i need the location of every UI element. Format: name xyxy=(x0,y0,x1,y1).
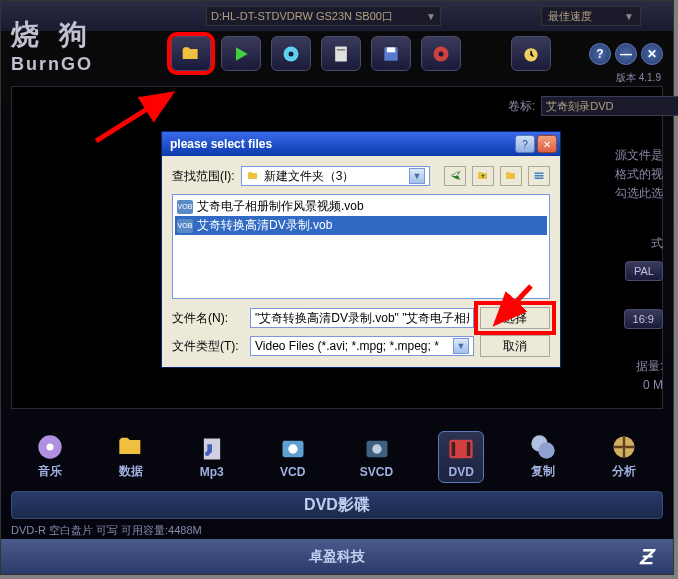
open-file-button[interactable] xyxy=(171,36,211,71)
svg-rect-5 xyxy=(387,47,395,52)
timer-button[interactable] xyxy=(511,36,551,71)
dvd-icon xyxy=(447,435,475,463)
close-button[interactable]: ✕ xyxy=(641,43,663,65)
nav-label: 音乐 xyxy=(38,463,62,480)
dialog-nav-icons: ⮘ xyxy=(444,166,550,186)
view-button[interactable] xyxy=(528,166,550,186)
nav-label: DVD xyxy=(449,465,474,479)
nav-dvd[interactable]: DVD xyxy=(438,431,484,483)
mp3-icon xyxy=(198,435,226,463)
footer: 卓盈科技 Ƶ xyxy=(1,539,673,574)
nav-label: SVCD xyxy=(360,465,393,479)
nav-mp3[interactable]: Mp3 xyxy=(190,432,234,482)
svg-point-20 xyxy=(539,442,555,458)
chevron-down-icon: ▼ xyxy=(453,338,469,354)
footer-logo-icon: Ƶ xyxy=(639,545,653,569)
banner: DVD影碟 xyxy=(11,491,663,519)
chevron-down-icon: ▼ xyxy=(409,168,425,184)
play-icon xyxy=(231,44,251,64)
nav-music[interactable]: 音乐 xyxy=(28,430,72,483)
volume-label: 卷标: xyxy=(508,98,535,115)
logo-chinese: 烧 狗 xyxy=(11,16,93,54)
nav-label: 分析 xyxy=(612,463,636,480)
svg-rect-17 xyxy=(452,442,456,456)
version-label: 版本 4.1.9 xyxy=(616,71,661,85)
dialog-help-button[interactable]: ? xyxy=(515,135,535,153)
vcd-icon xyxy=(279,435,307,463)
disc-erase-icon xyxy=(431,44,451,64)
pal-button[interactable]: PAL xyxy=(625,261,663,281)
document-icon xyxy=(331,44,351,64)
chevron-down-icon: ▼ xyxy=(426,11,436,22)
svg-point-15 xyxy=(372,444,381,453)
copy-icon xyxy=(529,433,557,461)
logo-english: BurnGO xyxy=(11,54,93,75)
window-controls: ? — ✕ xyxy=(589,43,663,65)
up-button[interactable] xyxy=(472,166,494,186)
lookin-label: 查找范围(I): xyxy=(172,168,235,185)
back-button[interactable]: ⮘ xyxy=(444,166,466,186)
file-list[interactable]: VOB 艾奇电子相册制作风景视频.vob VOB 艾奇转换高清DV录制.vob xyxy=(172,194,550,299)
video-file-icon: VOB xyxy=(177,219,193,233)
logo: 烧 狗 BurnGO xyxy=(11,16,93,75)
toolbar xyxy=(171,36,551,71)
svcd-icon xyxy=(363,435,391,463)
speed-select[interactable]: 最佳速度 ▼ xyxy=(541,6,641,26)
lookin-select[interactable]: 新建文件夹（3） ▼ xyxy=(241,166,430,186)
status-bar: DVD-R 空白盘片 可写 可用容量:4488M xyxy=(11,521,663,539)
svg-point-10 xyxy=(46,444,53,451)
footer-text: 卓盈科技 xyxy=(309,548,365,566)
file-item[interactable]: VOB 艾奇电子相册制作风景视频.vob xyxy=(175,197,547,216)
folder-up-icon xyxy=(476,170,490,182)
dialog-body: 查找范围(I): 新建文件夹（3） ▼ ⮘ xyxy=(162,156,560,367)
nav-vcd[interactable]: VCD xyxy=(271,432,315,482)
volume-input[interactable] xyxy=(541,96,678,116)
erase-button[interactable] xyxy=(421,36,461,71)
folder-icon xyxy=(181,44,201,64)
svg-rect-24 xyxy=(535,178,544,180)
top-bar: D:HL-DT-STDVDRW GS23N SB00口 ▼ 最佳速度 ▼ xyxy=(1,1,673,31)
dialog-close-button[interactable]: ✕ xyxy=(537,135,557,153)
lookin-value: 新建文件夹（3） xyxy=(264,168,355,185)
drive-select[interactable]: D:HL-DT-STDVDRW GS23N SB00口 ▼ xyxy=(206,6,441,26)
save-button[interactable] xyxy=(371,36,411,71)
dialog-titlebar[interactable]: please select files ? ✕ xyxy=(162,132,560,156)
select-button[interactable]: 选择 xyxy=(480,307,550,329)
list-icon xyxy=(532,170,546,182)
svg-rect-22 xyxy=(535,173,544,175)
new-folder-button[interactable] xyxy=(500,166,522,186)
burn-button[interactable] xyxy=(271,36,311,71)
dialog-title-buttons: ? ✕ xyxy=(515,135,557,153)
nav-svcd[interactable]: SVCD xyxy=(352,432,401,482)
filename-input[interactable] xyxy=(250,308,474,328)
filetype-select[interactable]: Video Files (*.avi; *.mpg; *.mpeg; * ▼ xyxy=(250,336,474,356)
file-select-dialog: please select files ? ✕ 查找范围(I): 新建文件夹（3… xyxy=(161,131,561,368)
video-file-icon: VOB xyxy=(177,200,193,214)
help-button[interactable]: ? xyxy=(589,43,611,65)
speed-value: 最佳速度 xyxy=(548,9,592,24)
music-icon xyxy=(36,433,64,461)
nav-label: 复制 xyxy=(531,463,555,480)
size-value: 0 M xyxy=(508,376,663,395)
nav-label: 数据 xyxy=(119,463,143,480)
cancel-button[interactable]: 取消 xyxy=(480,335,550,357)
nav-copy[interactable]: 复制 xyxy=(521,430,565,483)
analyze-icon xyxy=(610,433,638,461)
disc-icon xyxy=(281,44,301,64)
chevron-down-icon: ▼ xyxy=(624,11,634,22)
nav-label: VCD xyxy=(280,465,305,479)
ratio-button[interactable]: 16:9 xyxy=(624,309,663,329)
play-button[interactable] xyxy=(221,36,261,71)
settings-button[interactable] xyxy=(321,36,361,71)
svg-point-7 xyxy=(439,51,444,56)
app-window: D:HL-DT-STDVDRW GS23N SB00口 ▼ 最佳速度 ▼ 烧 狗… xyxy=(0,0,674,575)
nav-analyze[interactable]: 分析 xyxy=(602,430,646,483)
folder-open-icon xyxy=(246,170,260,182)
nav-data[interactable]: 数据 xyxy=(109,430,153,483)
folder-new-icon xyxy=(504,170,518,182)
file-item[interactable]: VOB 艾奇转换高清DV录制.vob xyxy=(175,216,547,235)
clock-icon xyxy=(521,44,541,64)
minimize-button[interactable]: — xyxy=(615,43,637,65)
filetype-label: 文件类型(T): xyxy=(172,338,244,355)
data-icon xyxy=(117,433,145,461)
